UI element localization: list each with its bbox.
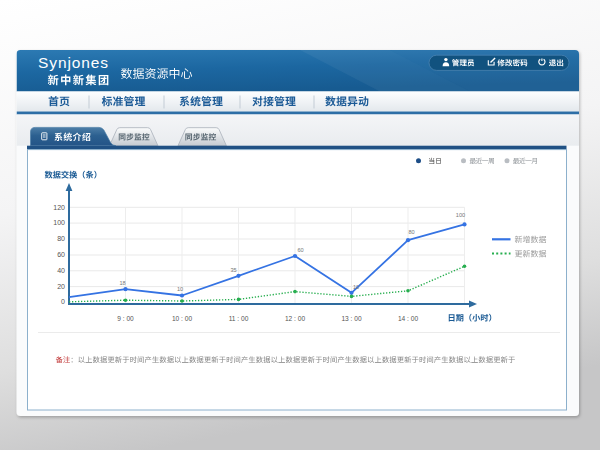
svg-text:13 : 00: 13 : 00 — [341, 315, 361, 322]
svg-text:18: 18 — [119, 280, 125, 286]
svg-text:80: 80 — [408, 229, 414, 235]
svg-text:14 : 00: 14 : 00 — [398, 315, 418, 322]
svg-text:60: 60 — [297, 247, 303, 253]
svg-text:100: 100 — [456, 212, 465, 218]
svg-text:10: 10 — [353, 284, 359, 290]
svg-text:10 : 00: 10 : 00 — [172, 315, 192, 322]
svg-text:35: 35 — [230, 267, 236, 273]
svg-text:9 : 00: 9 : 00 — [117, 315, 134, 322]
svg-text:11 : 00: 11 : 00 — [229, 315, 249, 322]
svg-text:12 : 00: 12 : 00 — [285, 315, 305, 322]
svg-text:60: 60 — [57, 251, 65, 258]
svg-text:Synjones: Synjones — [38, 54, 109, 71]
svg-text:100: 100 — [53, 219, 65, 226]
svg-text:10: 10 — [177, 286, 183, 292]
svg-text:20: 20 — [57, 283, 65, 290]
svg-text:0: 0 — [61, 298, 65, 305]
svg-text:40: 40 — [57, 267, 65, 274]
svg-text:80: 80 — [57, 235, 65, 242]
svg-text:120: 120 — [53, 204, 65, 211]
